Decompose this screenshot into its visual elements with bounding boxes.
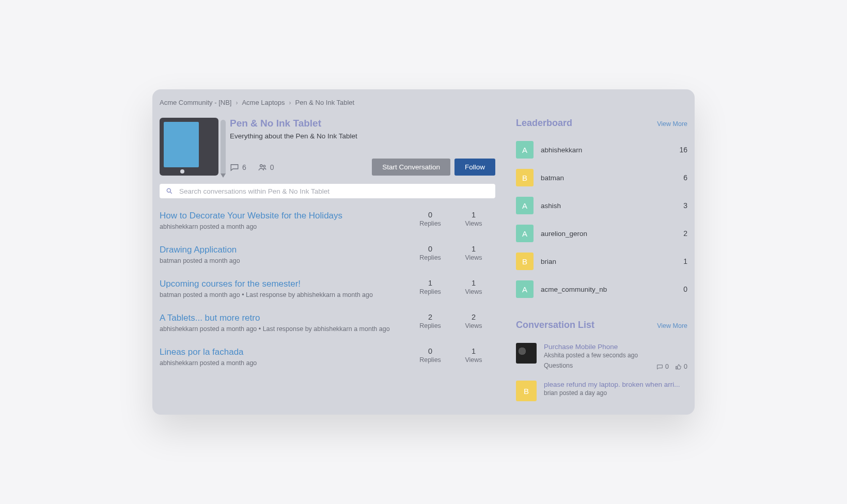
thread-title[interactable]: How to Decorate Your Website for the Hol… [160,211,409,221]
leaderboard-name: brian [541,258,676,265]
conversation-item[interactable]: B please refund my laptop. broken when a… [516,381,687,401]
users-icon [258,163,267,172]
breadcrumb-link[interactable]: Acme Community - [NB] [160,99,231,106]
thread-row: How to Decorate Your Website for the Hol… [160,211,495,245]
members-stat: 0 [258,163,274,172]
thread-replies: 2Replies [409,313,452,329]
avatar: B [516,169,534,186]
thread-replies: 0Replies [409,245,452,261]
leaderboard-view-more[interactable]: View More [657,120,687,128]
thread-row: A Tablets... but more retro abhishekkarn… [160,313,495,347]
leaderboard-score: 1 [683,257,687,265]
thread-replies: 0Replies [409,347,452,364]
conversation-title[interactable]: please refund my laptop. broken when arr… [544,381,687,388]
avatar: A [516,280,534,298]
chevron-right-icon: › [236,99,238,106]
conversation-meta: Akshita posted a few seconds ago [544,352,687,359]
forum-thumbnail [160,118,218,176]
conversation-list-title: Conversation List [516,320,594,330]
thumbs-up-icon [675,364,682,370]
leaderboard-score: 16 [679,146,687,154]
thread-row: Drawing Application batman posted a mont… [160,245,495,279]
conversation-list-view-more[interactable]: View More [657,322,687,329]
thread-views: 2Views [452,313,495,329]
conversations-stat: 6 [230,163,246,172]
thread-views: 1Views [452,347,495,364]
leaderboard-title: Leaderboard [516,118,572,129]
breadcrumb-link[interactable]: Acme Laptops [242,99,285,106]
comments-stat: 0 [656,363,669,370]
svg-point-1 [263,165,265,167]
chat-icon [230,163,239,172]
thread-views: 1Views [452,279,495,295]
forum-title: Pen & No Ink Tablet [230,118,495,129]
search-input[interactable] [179,187,489,195]
leaderboard-name: batman [541,174,676,182]
conversations-count: 6 [242,163,246,171]
leaderboard-row[interactable]: B batman 6 [516,169,687,186]
thread-meta: abhishekkarn posted a month ago [160,359,409,367]
leaderboard-name: acme_community_nb [541,286,676,293]
main-column: Pen & No Ink Tablet Everything about the… [160,118,495,412]
leaderboard-score: 0 [683,285,687,293]
breadcrumb-current: Pen & No Ink Tablet [295,99,355,106]
conversation-category: Questions [544,362,573,369]
leaderboard-row[interactable]: A aurelion_geron 2 [516,225,687,242]
thread-row: Lineas por la fachada abhishekkarn poste… [160,347,495,381]
likes-stat: 0 [675,363,687,370]
thread-title[interactable]: Lineas por la fachada [160,347,409,357]
breadcrumb: Acme Community - [NB] › Acme Laptops › P… [160,99,687,106]
thread-title[interactable]: Drawing Application [160,245,409,255]
thread-title[interactable]: Upcoming courses for the semester! [160,279,409,289]
svg-point-0 [260,164,262,167]
forum-description: Everything about the Pen & No Ink Tablet [230,132,495,140]
thread-views: 1Views [452,245,495,261]
avatar: A [516,197,534,214]
comment-icon [656,364,663,370]
svg-point-2 [167,188,170,192]
avatar: B [516,253,534,270]
thread-meta: abhishekkarn posted a month ago [160,223,409,230]
sidebar: Leaderboard View More A abhishekkarn 16 … [516,118,687,412]
community-window: Acme Community - [NB] › Acme Laptops › P… [152,89,695,415]
conversation-thumbnail [516,343,537,364]
thread-replies: 0Replies [409,211,452,227]
avatar: A [516,141,534,159]
avatar: B [516,381,537,401]
thread-row: Upcoming courses for the semester! batma… [160,279,495,313]
search-icon [166,187,173,195]
follow-button[interactable]: Follow [454,159,495,176]
members-count: 0 [270,163,274,171]
avatar: A [516,225,534,242]
thread-meta: batman posted a month ago [160,257,409,264]
search-bar[interactable] [160,184,495,198]
leaderboard-name: abhishekkarn [541,146,672,154]
leaderboard-name: aurelion_geron [541,230,676,238]
leaderboard-score: 6 [683,174,687,182]
leaderboard-row[interactable]: A abhishekkarn 16 [516,141,687,159]
leaderboard-row[interactable]: B brian 1 [516,253,687,270]
conversation-item[interactable]: Purchase Mobile Phone Akshita posted a f… [516,343,687,370]
start-conversation-button[interactable]: Start Conversation [372,159,450,176]
leaderboard-score: 3 [683,201,687,210]
conversation-title[interactable]: Purchase Mobile Phone [544,343,687,351]
thread-title[interactable]: A Tablets... but more retro [160,313,409,323]
thread-meta: batman posted a month ago • Last respons… [160,291,409,298]
leaderboard-row[interactable]: A ashish 3 [516,197,687,214]
leaderboard-score: 2 [683,229,687,238]
leaderboard-name: ashish [541,202,676,210]
leaderboard-row[interactable]: A acme_community_nb 0 [516,280,687,298]
conversation-meta: brian posted a day ago [544,389,687,397]
chevron-right-icon: › [289,99,291,106]
thread-views: 1Views [452,211,495,227]
thread-meta: abhishekkarn posted a month ago • Last r… [160,325,409,333]
svg-line-3 [170,192,172,194]
thread-replies: 1Replies [409,279,452,295]
